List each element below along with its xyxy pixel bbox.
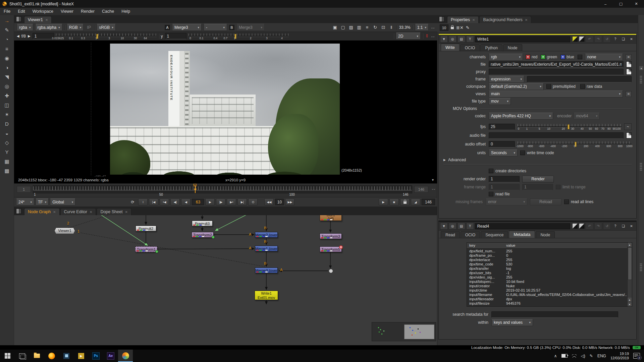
timeline-mode-select[interactable]: TF▾ — [36, 198, 49, 205]
close-button[interactable]: ✕ — [629, 0, 644, 8]
flipbook-stop-icon[interactable]: ◙ — [389, 198, 399, 205]
float-panel-icon[interactable]: ❏ — [620, 36, 627, 42]
fps-input[interactable] — [489, 124, 515, 130]
layer-select[interactable]: rgba▾ — [17, 24, 33, 31]
center-node-icon[interactable]: ◎ — [449, 36, 457, 43]
limit-to-range-checkbox[interactable] — [556, 185, 560, 189]
render-progress-icon[interactable]: ◢ — [411, 198, 420, 205]
tab-dope-sheet[interactable]: Dope Sheet✕ — [97, 208, 131, 215]
undo-icon[interactable]: ↶ — [586, 36, 593, 43]
menu-item[interactable]: Edit — [14, 9, 29, 14]
frame-mode-select[interactable]: expression▾ — [489, 76, 524, 83]
particles-icon[interactable]: ✶ — [3, 111, 11, 118]
channels-select[interactable]: rgb▾ — [489, 54, 523, 61]
a-buffer-select[interactable]: Merge3▾ — [172, 24, 202, 31]
format-box-icon[interactable]: ▢ — [340, 24, 346, 31]
proxy-path-input[interactable] — [489, 69, 624, 75]
prev-keyframe-button[interactable]: •◀ — [160, 198, 169, 205]
metadata-row[interactable]: input/creator Nuke — [467, 284, 628, 288]
volume-icon[interactable]: ◁) — [581, 354, 585, 358]
metadata-row[interactable]: input/filename G:/UAL-MA-visual_effects/… — [467, 293, 628, 297]
range-start-input[interactable]: 1 — [17, 186, 31, 193]
gain-input[interactable] — [33, 33, 54, 39]
node-color-swatch[interactable] — [572, 223, 578, 229]
close-icon[interactable]: ✕ — [125, 210, 127, 214]
tab-background-renders[interactable]: Background Renders✕ — [479, 16, 531, 23]
scroll-up-icon[interactable]: ▲ — [628, 243, 632, 247]
gamma-input[interactable] — [165, 33, 186, 39]
gain-slider[interactable]: 0.0156250.10.313103064 — [56, 33, 157, 40]
float-panel-icon[interactable]: ❏ — [620, 223, 627, 229]
collapse-panel-icon[interactable]: ▼ — [440, 36, 448, 43]
metadata-scrollbar[interactable]: ▲ ▲ ▼ — [627, 243, 632, 306]
cycle-icon[interactable]: ⟳ — [128, 199, 137, 205]
pause-icon[interactable]: ‖ — [388, 24, 395, 31]
draw-icon[interactable]: ✎ — [3, 26, 11, 34]
jump-size-input[interactable]: 10 — [275, 199, 284, 205]
lock-range-icon[interactable] — [400, 198, 410, 205]
close-panel-icon[interactable]: ✕ — [628, 223, 635, 229]
node-merge3[interactable]: Merge3 (over — [255, 267, 278, 273]
read-all-lines-checkbox[interactable] — [564, 199, 569, 204]
redo-icon[interactable]: ↷ — [594, 223, 602, 230]
photos-app-button[interactable] — [59, 350, 74, 362]
notification-center-icon[interactable]: 2 — [633, 353, 640, 359]
menu-item[interactable]: Render — [77, 9, 98, 14]
node-dot[interactable] — [329, 269, 333, 273]
edit-icon[interactable]: ✎ — [466, 25, 470, 30]
image-icon[interactable]: → — [3, 17, 11, 24]
toolsets-icon[interactable]: Y — [3, 148, 11, 156]
file-browser-icon[interactable] — [626, 61, 632, 67]
properties-scroll-strip[interactable]: ▲ — [638, 15, 644, 345]
flipbook-play-icon[interactable]: ▶ — [379, 198, 388, 205]
start-button[interactable] — [0, 350, 15, 362]
close-icon[interactable]: ✕ — [45, 18, 48, 22]
revert-icon[interactable]: ↺ — [603, 36, 611, 43]
colorspace-select[interactable]: default (Gamma2.2)▾ — [489, 83, 544, 90]
jump-back-button[interactable]: ◀◀ — [264, 198, 274, 205]
transform-icon[interactable]: ✚ — [3, 92, 11, 100]
tab-node-graph[interactable]: Node Graph✕ — [24, 208, 60, 215]
file-browser-icon[interactable] — [626, 132, 632, 138]
chevron-down-icon[interactable]: ▼ — [431, 178, 434, 182]
close-panel-icon[interactable]: ✕ — [628, 36, 635, 42]
go-to-start-button[interactable]: |◀ — [149, 198, 158, 205]
nuke-taskbar-button[interactable] — [118, 350, 133, 362]
metadata-row[interactable]: dpx/user_bits -1 — [467, 271, 628, 275]
tab-ocio[interactable]: OCIO — [461, 231, 480, 238]
next-keyframe-button[interactable]: ▶• — [227, 198, 236, 205]
metadata-row[interactable]: input/bitsperc... 10-bit fixed — [467, 280, 628, 284]
menu-item[interactable]: Workspace — [29, 9, 57, 14]
wifi-icon[interactable] — [572, 354, 577, 358]
wrench-icon[interactable]: Y — [466, 223, 474, 230]
time-icon[interactable]: ◔ — [3, 36, 11, 43]
step-back-button[interactable]: ◀| — [170, 198, 180, 205]
wipe-mode-select[interactable]: -▾ — [204, 24, 227, 31]
read-file-checkbox[interactable] — [489, 192, 493, 196]
fps-slider[interactable]: 015102030405060708090100 — [518, 123, 622, 130]
node-name-input[interactable] — [475, 223, 570, 229]
channel-icon[interactable]: ≡ — [3, 45, 11, 53]
timeline-ruler[interactable]: 63 — [33, 185, 412, 193]
insert-button[interactable]: I — [138, 198, 148, 205]
tab-sequence[interactable]: Sequence — [481, 231, 508, 238]
fstop-down-icon[interactable]: ◀ — [17, 34, 19, 38]
b-buffer-select[interactable]: Merge3▾ — [236, 24, 265, 31]
viewer-canvas[interactable]: ENDEAVOUR INSTITUTE (2048x1152) -180,-47 — [14, 41, 437, 177]
metadata-row[interactable]: input/filereader dpx — [467, 297, 628, 301]
close-icon[interactable]: ✕ — [53, 210, 56, 214]
roi-icon[interactable]: ⊡ — [380, 24, 387, 31]
scroll-thumb[interactable] — [628, 247, 632, 280]
clock[interactable]: 19:19 12/03/2019 — [610, 352, 629, 360]
viewer-lut-select[interactable]: sRGB▾ — [97, 24, 116, 31]
tab-node[interactable]: Node — [536, 231, 555, 238]
plugins-icon[interactable]: ▩ — [3, 167, 11, 175]
mask-channel-select[interactable]: none▾ — [585, 54, 623, 61]
gl-color-swatch[interactable] — [579, 36, 585, 42]
gl-color-swatch[interactable] — [579, 223, 585, 229]
alpha-checkbox[interactable] — [578, 55, 582, 59]
file-browser-icon[interactable] — [626, 69, 632, 75]
metadata-row[interactable]: input/filesize 9445376 — [467, 301, 628, 306]
pane-split-icon[interactable] — [16, 16, 21, 22]
node-transform5[interactable]: Transform5 — [320, 246, 342, 252]
